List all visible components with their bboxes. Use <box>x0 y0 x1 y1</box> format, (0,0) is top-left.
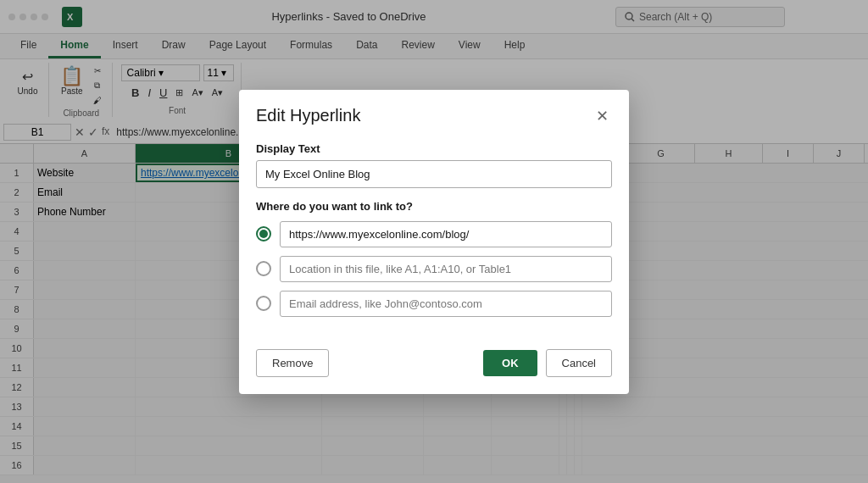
location-radio-button[interactable] <box>256 261 271 276</box>
location-input[interactable] <box>280 256 612 282</box>
location-radio-option <box>256 256 612 282</box>
url-radio-button[interactable] <box>256 226 271 242</box>
display-text-label: Display Text <box>256 142 612 155</box>
modal-body: Display Text Where do you want to link t… <box>239 136 629 342</box>
modal-overlay: Edit Hyperlink ✕ Display Text Where do y… <box>0 0 868 483</box>
email-radio-option <box>256 291 612 317</box>
cancel-button[interactable]: Cancel <box>546 349 612 377</box>
modal-title: Edit Hyperlink <box>256 106 360 125</box>
url-radio-option <box>256 221 612 247</box>
ok-button[interactable]: OK <box>483 350 537 376</box>
modal-header: Edit Hyperlink ✕ <box>239 90 629 136</box>
remove-button[interactable]: Remove <box>256 349 329 377</box>
edit-hyperlink-modal: Edit Hyperlink ✕ Display Text Where do y… <box>239 90 629 394</box>
url-input[interactable] <box>280 221 612 247</box>
modal-footer: Remove OK Cancel <box>239 342 629 394</box>
link-section-label: Where do you want to link to? <box>256 200 612 213</box>
display-text-input[interactable] <box>256 160 612 188</box>
email-radio-button[interactable] <box>256 296 271 311</box>
modal-close-button[interactable]: ✕ <box>593 103 612 129</box>
email-input[interactable] <box>280 291 612 317</box>
